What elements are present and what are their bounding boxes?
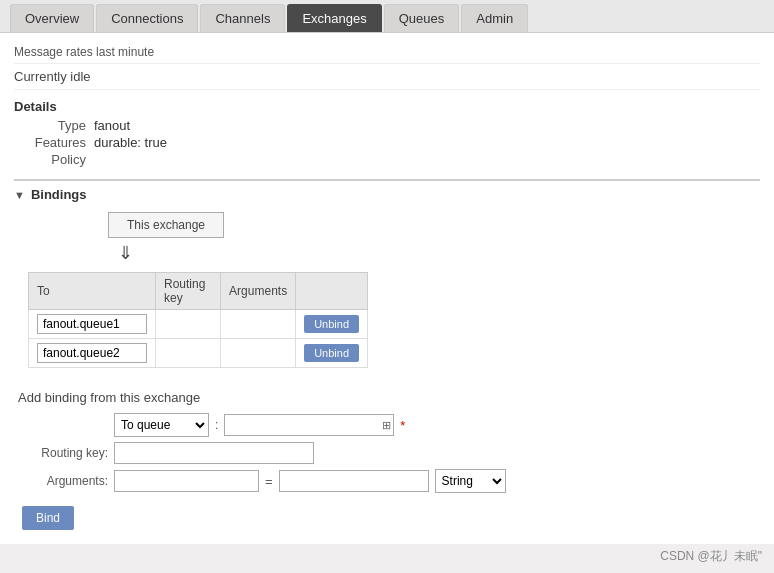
unbind-button[interactable]: Unbind <box>304 344 359 362</box>
col-routing-key: Routing key <box>156 273 221 310</box>
binding-arguments <box>221 310 296 339</box>
details-table: Type fanout Features durable: true Polic… <box>14 118 760 167</box>
currently-idle: Currently idle <box>14 64 760 90</box>
bindings-table: To Routing key Arguments UnbindUnbind <box>28 272 368 368</box>
chevron-down-icon: ▼ <box>14 189 25 201</box>
info-icon: ⊞ <box>382 419 391 432</box>
add-binding-section: Add binding from this exchange To queue … <box>14 390 760 530</box>
routing-key-row: Routing key: <box>18 442 756 464</box>
nav-tabs: Overview Connections Channels Exchanges … <box>0 0 774 33</box>
to-queue-select[interactable]: To queue To exchange <box>114 413 209 437</box>
add-binding-title: Add binding from this exchange <box>18 390 756 405</box>
required-indicator: * <box>400 418 405 433</box>
binding-action: Unbind <box>296 310 368 339</box>
details-section: Details Type fanout Features durable: tr… <box>14 90 760 173</box>
type-value: fanout <box>94 118 130 133</box>
queue-name-input[interactable] <box>224 414 394 436</box>
message-rates: Message rates last minute <box>14 41 760 64</box>
binding-routing-key <box>156 310 221 339</box>
binding-to <box>29 339 156 368</box>
arguments-key-input[interactable] <box>114 470 259 492</box>
tab-admin[interactable]: Admin <box>461 4 528 32</box>
features-label: Features <box>24 135 94 150</box>
bindings-body: This exchange ⇓ To Routing key Arguments… <box>14 206 760 374</box>
queue-input-container: ⊞ <box>224 414 394 436</box>
policy-row: Policy <box>24 152 760 167</box>
type-row: Type fanout <box>24 118 760 133</box>
bind-button[interactable]: Bind <box>22 506 74 530</box>
binding-to-input[interactable] <box>37 314 147 334</box>
exchange-box: This exchange <box>108 212 224 238</box>
tab-exchanges[interactable]: Exchanges <box>287 4 381 32</box>
col-arguments: Arguments <box>221 273 296 310</box>
bindings-section: ▼ Bindings This exchange ⇓ To Routing ke… <box>14 179 760 374</box>
main-content: Message rates last minute Currently idle… <box>0 33 774 544</box>
table-row: Unbind <box>29 339 368 368</box>
tab-queues[interactable]: Queues <box>384 4 460 32</box>
tab-overview[interactable]: Overview <box>10 4 94 32</box>
binding-arguments <box>221 339 296 368</box>
policy-label: Policy <box>24 152 94 167</box>
arguments-value-input[interactable] <box>279 470 429 492</box>
tab-channels[interactable]: Channels <box>200 4 285 32</box>
bindings-header[interactable]: ▼ Bindings <box>14 181 760 206</box>
arrow-down-icon: ⇓ <box>118 242 746 264</box>
binding-to <box>29 310 156 339</box>
to-queue-row: To queue To exchange : ⊞ * <box>18 413 756 437</box>
col-to: To <box>29 273 156 310</box>
arguments-label: Arguments: <box>18 474 108 488</box>
bindings-title: Bindings <box>31 187 87 202</box>
type-label: Type <box>24 118 94 133</box>
arguments-row: Arguments: = String Number Boolean <box>18 469 756 493</box>
col-action <box>296 273 368 310</box>
equals-sign: = <box>265 474 273 489</box>
binding-to-input[interactable] <box>37 343 147 363</box>
binding-routing-key <box>156 339 221 368</box>
unbind-button[interactable]: Unbind <box>304 315 359 333</box>
details-title: Details <box>14 96 760 118</box>
routing-key-input[interactable] <box>114 442 314 464</box>
features-value: durable: true <box>94 135 167 150</box>
routing-key-label: Routing key: <box>18 446 108 460</box>
arguments-type-select[interactable]: String Number Boolean <box>435 469 506 493</box>
table-row: Unbind <box>29 310 368 339</box>
features-row: Features durable: true <box>24 135 760 150</box>
tab-connections[interactable]: Connections <box>96 4 198 32</box>
binding-action: Unbind <box>296 339 368 368</box>
